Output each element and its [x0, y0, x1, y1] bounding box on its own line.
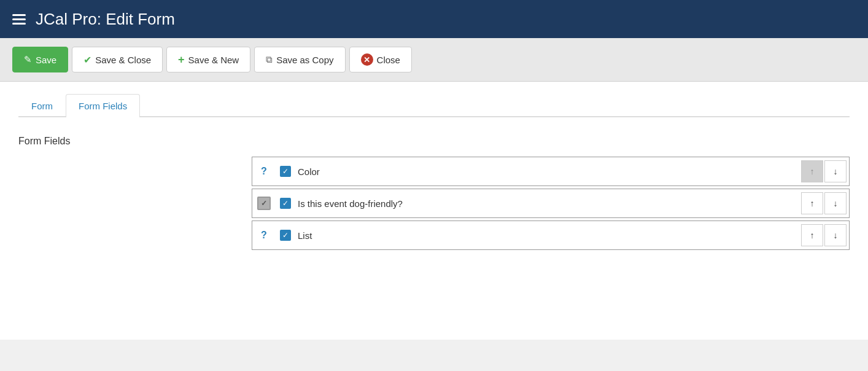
close-icon: ✕	[361, 53, 373, 66]
tab-form[interactable]: Form	[18, 94, 66, 117]
close-button[interactable]: ✕ Close	[349, 47, 412, 72]
field-help-list[interactable]: ?	[252, 230, 276, 241]
close-label: Close	[377, 55, 400, 65]
save-icon: ✎	[24, 54, 32, 65]
field-up-list[interactable]: ↑	[801, 224, 823, 246]
save-label: Save	[36, 55, 56, 65]
field-row: ? ✓ Color ↑ ↓	[252, 157, 850, 186]
menu-icon[interactable]	[12, 14, 26, 25]
field-label-dog: Is this event dog-friendly?	[295, 198, 801, 209]
field-down-list[interactable]: ↓	[824, 224, 847, 246]
field-label-color: Color	[295, 166, 801, 177]
field-actions-color: ↑ ↓	[801, 160, 849, 182]
field-actions-list: ↑ ↓	[801, 224, 849, 246]
field-up-color[interactable]: ↑	[801, 160, 823, 182]
checkbox-checked-list: ✓	[280, 230, 291, 241]
tab-form-fields[interactable]: Form Fields	[66, 94, 140, 117]
field-row: ✓ ✓ Is this event dog-friendly? ↑ ↓	[252, 189, 850, 218]
copy-icon: ⧉	[266, 54, 273, 65]
save-new-button[interactable]: + Save & New	[166, 47, 250, 72]
tab-form-fields-label: Form Fields	[79, 101, 127, 111]
save-button[interactable]: ✎ Save	[12, 47, 68, 72]
content-area: Form Form Fields Form Fields ? ✓ Color ↑…	[0, 82, 868, 340]
save-copy-label: Save as Copy	[276, 55, 333, 65]
field-checkbox-color[interactable]: ✓	[276, 166, 295, 177]
field-label-list: List	[295, 230, 801, 241]
save-copy-button[interactable]: ⧉ Save as Copy	[254, 47, 345, 72]
toolbar: ✎ Save ✔ Save & Close + Save & New ⧉ Sav…	[0, 38, 868, 82]
save-close-label: Save & Close	[95, 55, 151, 65]
save-close-button[interactable]: ✔ Save & Close	[72, 47, 163, 72]
field-actions-dog: ↑ ↓	[801, 192, 849, 214]
checkbox-checked-dog: ✓	[280, 198, 291, 209]
save-new-label: Save & New	[188, 55, 239, 65]
field-row: ? ✓ List ↑ ↓	[252, 221, 850, 250]
help-checkbox-icon: ✓	[257, 197, 271, 210]
page-title: JCal Pro: Edit Form	[36, 10, 175, 29]
field-down-color[interactable]: ↓	[824, 160, 847, 182]
field-help-dog[interactable]: ✓	[252, 197, 276, 210]
fields-container: ? ✓ Color ↑ ↓ ✓ ✓ Is this event dog-frie…	[252, 157, 850, 250]
checkbox-checked-color: ✓	[280, 166, 291, 177]
tab-form-label: Form	[31, 101, 53, 111]
check-icon: ✔	[83, 54, 91, 66]
field-checkbox-list[interactable]: ✓	[276, 230, 295, 241]
plus-icon: +	[178, 53, 185, 66]
field-help-color[interactable]: ?	[252, 166, 276, 177]
field-checkbox-dog[interactable]: ✓	[276, 198, 295, 209]
tab-bar: Form Form Fields	[18, 94, 850, 117]
section-title: Form Fields	[18, 136, 850, 147]
header: JCal Pro: Edit Form	[0, 0, 868, 38]
field-up-dog[interactable]: ↑	[801, 192, 823, 214]
field-down-dog[interactable]: ↓	[824, 192, 847, 214]
